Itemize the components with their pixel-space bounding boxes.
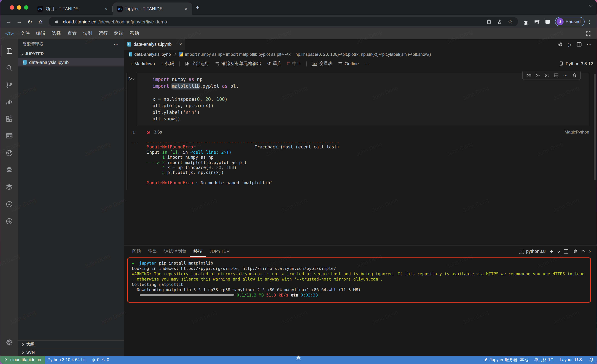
- sidebar-section-大纲[interactable]: 大纲: [18, 340, 124, 348]
- problems-indicator[interactable]: ⊗0 ⚠0: [88, 357, 112, 362]
- reload-icon[interactable]: ↻: [25, 18, 34, 25]
- close-panel-icon[interactable]: ×: [589, 248, 592, 254]
- zoom-window-button[interactable]: [24, 5, 28, 10]
- cell-more-icon[interactable]: ⋯: [561, 71, 570, 79]
- terminal-dropdown-icon[interactable]: [557, 250, 560, 253]
- forward-icon[interactable]: →: [15, 18, 24, 25]
- back-icon[interactable]: ←: [4, 18, 13, 25]
- fullscreen-icon[interactable]: [586, 31, 591, 36]
- add-markdown-button[interactable]: +Markdown: [127, 60, 157, 68]
- run-debug-icon[interactable]: [0, 93, 18, 110]
- close-tab-icon[interactable]: ×: [179, 42, 182, 47]
- remote-indicator[interactable]: cloud.titanide.cn: [0, 356, 45, 364]
- share-icon[interactable]: [495, 19, 504, 24]
- restart-button[interactable]: ↺重启: [265, 60, 284, 68]
- run-options-chevron-icon[interactable]: [133, 77, 135, 80]
- run-cell-icon[interactable]: ▷: [129, 76, 132, 81]
- share-network-icon[interactable]: [0, 145, 18, 162]
- sidebar-more-icon[interactable]: ⋯: [114, 41, 119, 47]
- breadcrumb-file[interactable]: data-analysis.ipynb: [134, 52, 171, 57]
- reading-list-icon[interactable]: [532, 19, 541, 25]
- new-tab-button[interactable]: +: [192, 3, 203, 13]
- preview-window-icon[interactable]: [0, 127, 18, 145]
- notifications-bell-icon[interactable]: [586, 357, 597, 362]
- browser-tab[interactable]: <t>项目 - TITANIDE×: [33, 2, 113, 15]
- variables-button[interactable]: (x)变量表: [310, 60, 335, 68]
- language-mode[interactable]: MagicPython: [565, 130, 589, 135]
- terminal-session[interactable]: > python3.8: [519, 248, 546, 254]
- panel-tab-终端[interactable]: 终端: [190, 246, 206, 257]
- jupyter-server-indicator[interactable]: Jupyter 服务器: 本地: [480, 357, 531, 363]
- split-editor-icon[interactable]: [577, 42, 582, 47]
- minimize-window-button[interactable]: [17, 5, 21, 10]
- sidebar-section-SVN[interactable]: SVN: [18, 348, 124, 356]
- split-cell-icon[interactable]: [552, 71, 560, 79]
- menu-item-转到[interactable]: 转到: [80, 30, 95, 37]
- maximize-panel-icon[interactable]: [582, 250, 585, 253]
- menu-item-文件[interactable]: 文件: [17, 30, 33, 37]
- run-all-button[interactable]: 全部运行: [183, 60, 212, 68]
- menu-item-选择[interactable]: 选择: [48, 30, 64, 37]
- cell-position-indicator[interactable]: 单元格 1/1: [531, 357, 557, 363]
- menu-item-查看[interactable]: 查看: [64, 30, 80, 37]
- lightning-icon[interactable]: [0, 196, 18, 213]
- profile-button[interactable]: J Paused: [555, 17, 585, 26]
- notebook-canvas[interactable]: ▷ import numpy as npimport matplotlib.py…: [124, 69, 597, 245]
- keyboard-layout-indicator[interactable]: Layout: U.S.: [557, 357, 586, 362]
- panel-tab-调试控制台[interactable]: 调试控制台: [161, 246, 190, 257]
- editor-more-icon[interactable]: ⋯: [587, 41, 592, 47]
- extensions-puzzle-icon[interactable]: [521, 19, 531, 25]
- address-bar[interactable]: cloud.titanide.cn/ide/web/coding/jupyter…: [49, 17, 518, 26]
- search-icon[interactable]: [0, 59, 18, 76]
- source-control-icon[interactable]: [0, 76, 18, 93]
- execute-below-icon[interactable]: [543, 71, 551, 79]
- menu-item-终端[interactable]: 终端: [111, 30, 127, 37]
- clear-outputs-button[interactable]: 清除所有单元格输出: [212, 60, 264, 68]
- menu-item-运行[interactable]: 运行: [95, 30, 111, 37]
- execute-above-icon[interactable]: [533, 71, 542, 79]
- browser-menu-icon[interactable]: ⋮: [586, 19, 593, 24]
- browser-tab[interactable]: <t>jupyter - TITANIDE×: [113, 2, 192, 15]
- breadcrumb-code[interactable]: import numpy as np↵import matplotlib.pyp…: [185, 52, 431, 57]
- navigation-icon[interactable]: [0, 213, 18, 230]
- run-all-icon[interactable]: ▷: [568, 41, 572, 47]
- close-tab-icon[interactable]: ×: [103, 6, 109, 12]
- explorer-icon[interactable]: [0, 42, 18, 59]
- menu-item-帮助[interactable]: 帮助: [127, 30, 142, 37]
- settings-gear-icon[interactable]: [0, 334, 18, 351]
- home-icon[interactable]: ⌂: [36, 18, 45, 25]
- sidebar-section-jupyter[interactable]: JUPYTER: [18, 50, 124, 58]
- extensions-icon[interactable]: [0, 110, 18, 127]
- bookmark-star-icon[interactable]: ☆: [506, 18, 514, 25]
- notebook-settings-gear-icon[interactable]: [558, 42, 563, 47]
- new-terminal-icon[interactable]: +: [550, 248, 553, 254]
- editor-tab-notebook[interactable]: data-analysis.ipynb ×: [124, 39, 186, 50]
- side-panel-icon[interactable]: [543, 19, 552, 24]
- python-interpreter[interactable]: Python 3.10.4 64-bit: [45, 357, 88, 362]
- panel-tab-JUPYTER[interactable]: JUPYTER: [206, 246, 233, 257]
- panel-tab-输出[interactable]: 输出: [145, 246, 161, 257]
- terminal-body[interactable]: → jupyter pip install matplotlibLooking …: [124, 257, 597, 356]
- kill-terminal-icon[interactable]: [573, 249, 578, 254]
- clipboard-icon[interactable]: [485, 19, 493, 24]
- breadcrumbs[interactable]: data-analysis.ipynb import numpy as np↵i…: [124, 50, 597, 59]
- layers-icon[interactable]: [0, 179, 18, 196]
- output-collapse-indicator[interactable]: ...: [131, 139, 140, 145]
- add-code-button[interactable]: +代码: [158, 60, 177, 68]
- code-cell[interactable]: import numpy as npimport matplotlib.pypl…: [137, 73, 589, 126]
- split-terminal-icon[interactable]: [564, 249, 569, 254]
- panel-tab-问题[interactable]: 问题: [129, 246, 145, 257]
- database-icon[interactable]: [0, 162, 18, 179]
- kernel-picker[interactable]: Python 3.8.12: [559, 61, 593, 66]
- outline-button[interactable]: Outline: [336, 60, 361, 68]
- editor-scrollbar[interactable]: [594, 74, 596, 180]
- tab-search-icon[interactable]: [589, 4, 592, 7]
- execute-and-below-icon[interactable]: [524, 71, 533, 79]
- toolbar-more-button[interactable]: ⋯: [362, 60, 371, 68]
- close-window-button[interactable]: [10, 5, 14, 10]
- close-tab-icon[interactable]: ×: [183, 6, 189, 12]
- panel-expand-handle[interactable]: [297, 356, 300, 361]
- file-item-notebook[interactable]: data-analysis.ipynb: [18, 58, 124, 66]
- menu-item-编辑[interactable]: 编辑: [33, 30, 48, 37]
- delete-cell-icon[interactable]: [570, 71, 579, 79]
